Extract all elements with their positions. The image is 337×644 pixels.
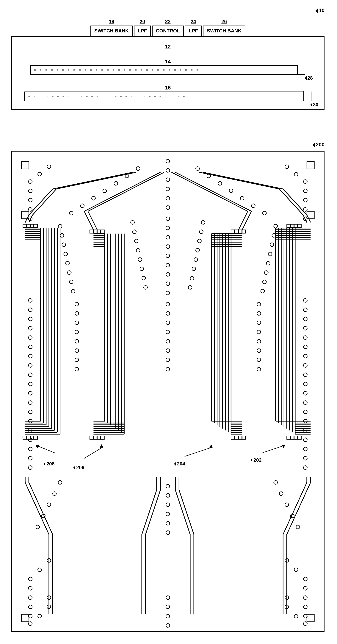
svg-point-114 <box>166 312 170 316</box>
svg-point-134 <box>166 512 170 516</box>
svg-point-96 <box>303 317 307 321</box>
svg-rect-294 <box>290 436 294 439</box>
svg-point-141 <box>29 596 32 600</box>
figure-2-ref-200: 200 <box>312 142 324 148</box>
svg-point-12 <box>69 211 73 215</box>
figure-1-ref-10: 10 <box>315 8 324 14</box>
svg-point-91 <box>29 447 32 451</box>
svg-point-60 <box>199 230 203 234</box>
figure-2-svg <box>12 152 324 631</box>
svg-rect-285 <box>90 436 93 439</box>
svg-point-45 <box>136 248 140 252</box>
svg-point-173 <box>257 321 261 324</box>
block-26-number: 26 <box>221 19 227 24</box>
svg-point-110 <box>303 447 307 451</box>
blocks-row: 18 SWITCH BANK 20 LPF 22 CONTROL 24 LPF … <box>11 19 324 36</box>
svg-rect-310 <box>290 224 294 228</box>
block-22: 22 CONTROL <box>152 19 184 36</box>
tape-strip-14 <box>31 65 305 75</box>
svg-point-43 <box>133 230 136 234</box>
svg-point-75 <box>29 298 32 302</box>
svg-point-31 <box>303 198 307 202</box>
svg-point-135 <box>166 522 170 525</box>
svg-point-116 <box>166 330 170 334</box>
svg-point-128 <box>285 503 289 507</box>
callout-202: 202 <box>250 457 261 463</box>
svg-point-77 <box>29 317 32 321</box>
svg-point-104 <box>303 392 307 395</box>
svg-point-163 <box>75 302 79 306</box>
svg-point-83 <box>29 373 32 376</box>
svg-point-66 <box>188 286 192 289</box>
svg-point-121 <box>58 480 62 484</box>
svg-point-98 <box>303 336 307 340</box>
svg-point-9 <box>103 189 107 193</box>
svg-line-317 <box>185 447 212 456</box>
svg-marker-320 <box>282 445 285 448</box>
svg-point-120 <box>166 367 170 371</box>
svg-point-76 <box>29 308 32 312</box>
block-26: 26 SWITCH BANK <box>203 19 245 36</box>
svg-point-152 <box>166 605 170 609</box>
svg-line-315 <box>84 447 103 458</box>
svg-point-15 <box>29 180 32 184</box>
svg-point-136 <box>166 531 170 534</box>
svg-point-65 <box>190 276 194 280</box>
svg-point-14 <box>38 172 42 176</box>
svg-point-5 <box>166 206 170 210</box>
svg-point-113 <box>166 302 170 306</box>
svg-point-59 <box>201 220 205 224</box>
svg-point-139 <box>29 577 32 581</box>
svg-point-161 <box>294 614 298 618</box>
svg-rect-300 <box>34 224 38 228</box>
svg-point-47 <box>140 267 144 271</box>
svg-point-20 <box>196 167 199 170</box>
svg-point-24 <box>240 196 244 200</box>
svg-point-85 <box>29 392 32 395</box>
block-24-number: 24 <box>191 19 196 24</box>
svg-point-81 <box>29 354 32 358</box>
svg-rect-309 <box>287 224 290 228</box>
svg-point-109 <box>303 438 307 442</box>
svg-point-171 <box>257 302 261 306</box>
svg-point-26 <box>263 211 266 215</box>
svg-point-165 <box>75 321 79 324</box>
svg-rect-298 <box>27 224 30 228</box>
callout-28: 28 <box>305 75 313 81</box>
svg-rect-291 <box>238 436 242 439</box>
svg-point-131 <box>166 484 170 488</box>
svg-rect-307 <box>238 230 242 233</box>
svg-line-313 <box>36 445 55 453</box>
svg-point-42 <box>131 220 134 224</box>
svg-point-123 <box>47 503 51 507</box>
block-22-label: CONTROL <box>152 26 184 36</box>
svg-point-27 <box>285 165 289 168</box>
svg-rect-290 <box>235 436 238 439</box>
svg-point-97 <box>303 326 307 330</box>
svg-line-319 <box>263 445 285 453</box>
svg-marker-316 <box>100 445 103 448</box>
svg-point-1 <box>166 168 170 172</box>
svg-point-162 <box>303 622 307 626</box>
svg-point-18 <box>29 208 32 211</box>
svg-rect-289 <box>231 436 234 439</box>
svg-rect-284 <box>34 436 38 439</box>
svg-point-164 <box>75 312 79 316</box>
main-outer-box: 12 14 <box>11 36 324 110</box>
svg-point-44 <box>134 239 138 243</box>
svg-point-178 <box>257 367 261 371</box>
svg-rect-281 <box>23 436 26 439</box>
svg-point-3 <box>166 187 170 191</box>
svg-point-125 <box>36 525 40 529</box>
svg-point-78 <box>29 326 32 330</box>
svg-point-10 <box>92 196 95 200</box>
svg-point-174 <box>257 330 261 334</box>
svg-point-172 <box>257 312 261 316</box>
svg-point-145 <box>294 568 298 572</box>
svg-point-70 <box>268 252 272 256</box>
svg-rect-183 <box>22 614 29 622</box>
svg-point-40 <box>69 280 73 284</box>
row-14: 14 <box>12 57 324 83</box>
svg-point-100 <box>303 354 307 358</box>
figure-1: 10 18 SWITCH BANK 20 LPF 22 CONTROL 24 L… <box>11 8 324 110</box>
